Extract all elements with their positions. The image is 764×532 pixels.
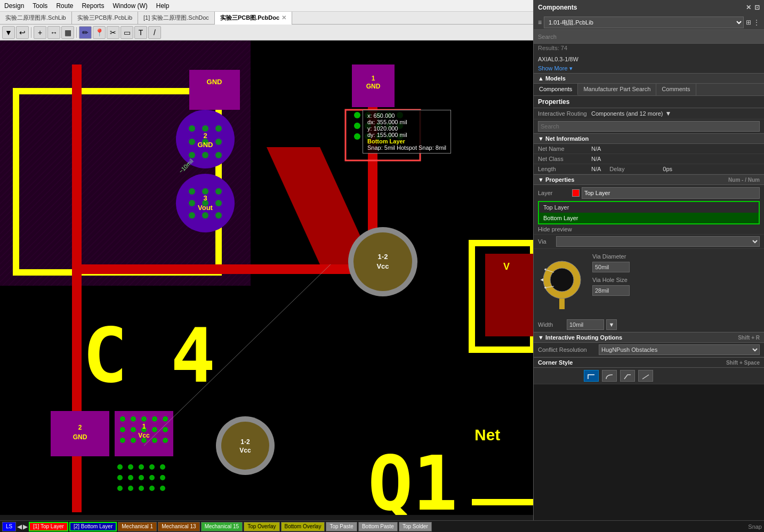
- models-section-header[interactable]: ▲ Models: [534, 73, 764, 84]
- yellow-line-bottom: [472, 499, 533, 505]
- layer-bottom-paste[interactable]: Bottom Paste: [358, 522, 398, 531]
- net-info-header[interactable]: ▼ Net Information: [534, 133, 764, 144]
- filter-btn[interactable]: ▼: [665, 110, 672, 117]
- tab-schlib[interactable]: 实验二原理图库.SchLib: [0, 12, 72, 25]
- menu-reports[interactable]: Reports: [77, 1, 108, 11]
- corner-btn-4[interactable]: [638, 370, 653, 382]
- line-tool[interactable]: /: [148, 26, 161, 39]
- svg-point-57: [375, 123, 382, 129]
- via-diameter-input[interactable]: [592, 262, 630, 272]
- via-inner-hole: [550, 268, 574, 292]
- svg-text:2: 2: [203, 132, 207, 140]
- svg-point-65: [117, 464, 123, 470]
- svg-point-47: [163, 438, 168, 443]
- interactive-routing-value: Components (and 12 more): [591, 110, 663, 117]
- panel-expand-icon[interactable]: ⊡: [754, 4, 760, 11]
- layer-top-paste[interactable]: Top Paste: [326, 522, 357, 531]
- menu-window[interactable]: Window (W): [108, 1, 151, 11]
- width-input[interactable]: [567, 319, 604, 330]
- svg-text:2: 2: [78, 424, 82, 431]
- layer-dropdown-popup[interactable]: Top Layer Bottom Layer: [538, 201, 760, 224]
- pad-gnd-left: [189, 70, 240, 110]
- components-search-input[interactable]: [534, 30, 764, 44]
- corner-btn-2[interactable]: [602, 370, 617, 382]
- filter-icon[interactable]: ≡: [538, 19, 542, 26]
- dots-icon[interactable]: ⋮: [753, 19, 760, 26]
- layer-top[interactable]: [1] Top Layer: [29, 522, 68, 531]
- tab-manufacturer[interactable]: Manufacturer Part Search: [578, 84, 656, 95]
- svg-point-76: [128, 486, 133, 491]
- layer-top-solder[interactable]: Top Solder: [399, 522, 432, 531]
- ls-button[interactable]: LS: [2, 522, 16, 531]
- right-panel-header: Components ✕ ⊡: [534, 0, 764, 15]
- menu-design[interactable]: Design: [0, 1, 28, 11]
- panel-title: Components: [538, 4, 577, 11]
- status-next-icon[interactable]: ▶: [23, 523, 28, 530]
- length-label: Length: [538, 166, 591, 172]
- svg-point-36: [152, 416, 157, 422]
- svg-point-21: [215, 188, 222, 195]
- text-tool[interactable]: T: [134, 26, 147, 39]
- dropdown-option-bottom-layer[interactable]: Bottom Layer: [539, 213, 759, 223]
- status-prev-icon[interactable]: ◀: [17, 523, 22, 530]
- svg-text:GND: GND: [198, 141, 213, 149]
- properties-search-input[interactable]: [538, 121, 760, 132]
- chart-tool[interactable]: ▦: [61, 26, 74, 39]
- layer-dropdown-wrapper[interactable]: Top Layer Bottom Layer: [582, 187, 760, 199]
- corner-style-header: Corner Style Shift + Space: [534, 357, 764, 368]
- pcb-canvas[interactable]: 1 GND GND 1-2 Vcc 1-2 Vcc 2 GND: [0, 41, 533, 515]
- via-label: Via: [538, 238, 554, 245]
- panel-close-icon[interactable]: ✕: [746, 4, 751, 11]
- corner-btn-1[interactable]: [584, 370, 599, 382]
- component-selected-item[interactable]: AXIAL0.3-1/8W: [534, 54, 764, 64]
- undo-tool[interactable]: ↩: [16, 26, 29, 39]
- tab-pcblib[interactable]: 实验三PCB库.PcbLib: [72, 12, 138, 25]
- library-dropdown[interactable]: 1.01-电阻.PcbLib: [544, 17, 744, 28]
- iro-header[interactable]: ▼ Interactive Routing Options Shift + R: [534, 332, 764, 343]
- c4-number: 4: [171, 312, 215, 399]
- svg-point-26: [202, 212, 208, 219]
- via-vcc-bot-left-inner[interactable]: [221, 422, 269, 470]
- layer-mech1[interactable]: Mechanical 1: [118, 522, 157, 531]
- cut-tool[interactable]: ✂: [107, 26, 119, 39]
- add-tool[interactable]: +: [34, 26, 46, 39]
- grid-icon[interactable]: ⊞: [746, 19, 751, 26]
- layer-bottom-overlay[interactable]: Bottom Overlay: [281, 522, 325, 531]
- conflict-resolution-dropdown[interactable]: HugNPush Obstacles: [599, 344, 760, 355]
- pin-tool[interactable]: 📍: [93, 26, 106, 39]
- via-dropdown[interactable]: [556, 236, 760, 247]
- layer-mech13[interactable]: Mechanical 13: [158, 522, 199, 531]
- layer-top-overlay[interactable]: Top Overlay: [244, 522, 279, 531]
- q1-label: Q1: [368, 440, 458, 515]
- layer-bottom[interactable]: [2] Bottom Layer: [69, 522, 117, 531]
- width-dropdown-button[interactable]: ▼: [606, 319, 617, 330]
- svg-text:GND: GND: [73, 433, 87, 441]
- menu-tools[interactable]: Tools: [28, 1, 52, 11]
- svg-text:1: 1: [372, 75, 375, 82]
- status-bar: LS ◀ ▶ [1] Top Layer [2] Bottom Layer Me…: [0, 520, 764, 532]
- show-more-button[interactable]: Show More ▾: [534, 64, 764, 73]
- dropdown-option-top-layer[interactable]: Top Layer: [539, 202, 759, 213]
- layer-mech15[interactable]: Mechanical 15: [201, 522, 243, 531]
- svg-point-68: [149, 464, 155, 470]
- tab-pcbdoc[interactable]: 实验三PCB图.PcbDoc ✕: [215, 12, 292, 25]
- select-tool[interactable]: ▼: [2, 26, 15, 39]
- svg-point-19: [189, 188, 195, 195]
- corner-btn-3[interactable]: [620, 370, 635, 382]
- tab-comments[interactable]: Comments: [656, 84, 696, 95]
- tab-components[interactable]: Components: [534, 84, 578, 95]
- layer-dropdown[interactable]: Top Layer Bottom Layer: [582, 187, 760, 199]
- draw-tool[interactable]: ✏: [79, 26, 92, 39]
- box-tool[interactable]: ▭: [120, 26, 133, 39]
- svg-point-59: [397, 123, 403, 129]
- tab-schdoc[interactable]: [1] 实验二原理图.SchDoc: [138, 12, 215, 25]
- properties-subsection-header[interactable]: ▼ Properties Num - / Num: [534, 174, 764, 185]
- measure-tool[interactable]: ↔: [47, 26, 60, 39]
- svg-point-66: [128, 464, 133, 470]
- menu-route[interactable]: Route: [52, 1, 77, 11]
- net-label: Net: [475, 426, 500, 444]
- menu-help[interactable]: Help: [152, 1, 174, 11]
- svg-point-35: [141, 416, 147, 422]
- via-vcc-inner[interactable]: [353, 232, 412, 291]
- via-hole-size-input[interactable]: [592, 285, 630, 296]
